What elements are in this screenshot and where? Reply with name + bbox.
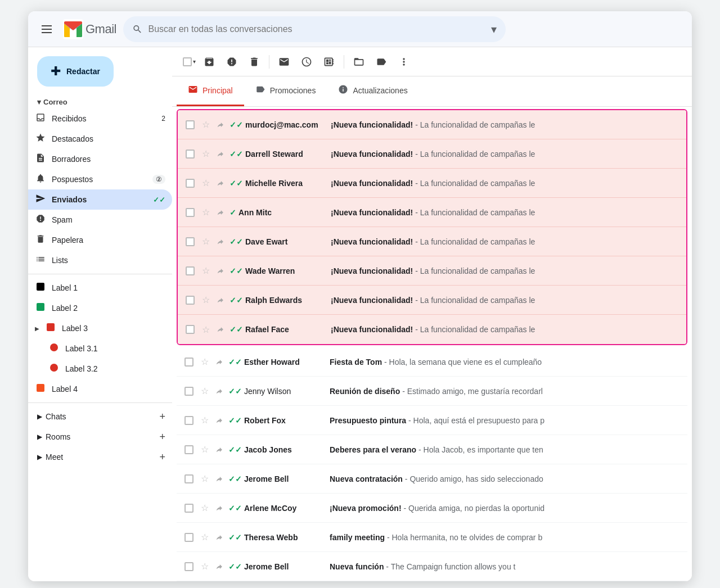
nrow4-star[interactable]: ☆ bbox=[197, 444, 213, 455]
meet-add-icon[interactable]: + bbox=[159, 451, 165, 463]
compose-button[interactable]: ✚ Redactar bbox=[37, 56, 114, 87]
nrow3-forward[interactable] bbox=[213, 417, 228, 424]
email-row-highlighted-3[interactable]: ☆ ✓✓ Michelle Rivera ¡Nueva funcionalida… bbox=[178, 169, 686, 198]
nrow7-checkbox[interactable] bbox=[184, 533, 194, 542]
sidebar-item-label2[interactable]: Label 2 bbox=[28, 298, 172, 318]
email-row-normal-4[interactable]: ☆ ✓✓ Jacob Jones Deberes para el verano … bbox=[177, 435, 687, 464]
archive-button[interactable] bbox=[199, 53, 219, 71]
email-row-highlighted-2[interactable]: ☆ ✓✓ Darrell Steward ¡Nueva funcionalida… bbox=[178, 139, 686, 169]
nrow7-star[interactable]: ☆ bbox=[197, 532, 213, 542]
sidebar-item-enviados[interactable]: Enviados ✓✓ bbox=[28, 189, 172, 210]
row7-forward[interactable] bbox=[214, 296, 230, 304]
report-spam-button[interactable] bbox=[222, 53, 242, 71]
nrow4-checkbox[interactable] bbox=[184, 445, 194, 454]
checkbox-col[interactable] bbox=[182, 120, 198, 129]
email-row-normal-7[interactable]: ☆ ✓✓ Theresa Webb family meeting - Hola … bbox=[177, 523, 687, 552]
nrow8-checkbox[interactable] bbox=[184, 562, 194, 571]
email-row-highlighted-1[interactable]: ☆ ✓✓ murdocj@mac.com ¡Nueva funcionalida… bbox=[178, 110, 686, 139]
sidebar-item-borradores[interactable]: Borradores bbox=[28, 149, 172, 169]
nrow5-forward[interactable] bbox=[213, 475, 228, 483]
delete-button[interactable] bbox=[244, 53, 264, 71]
email-row-normal-6[interactable]: ☆ ✓✓ Arlene McCoy ¡Nueva promoción! - Qu… bbox=[177, 494, 687, 523]
tab-actualizaciones[interactable]: Actualizaciones bbox=[327, 76, 418, 106]
nrow7-forward[interactable] bbox=[213, 533, 228, 541]
row4-checkbox[interactable] bbox=[186, 208, 195, 217]
move-button[interactable] bbox=[349, 53, 369, 71]
row2-checkbox[interactable] bbox=[186, 150, 195, 159]
rooms-add-icon[interactable]: + bbox=[159, 431, 165, 443]
row5-checkbox[interactable] bbox=[186, 237, 195, 246]
nrow6-checkbox[interactable] bbox=[184, 504, 194, 513]
row1-star[interactable]: ☆ bbox=[198, 119, 214, 130]
nrow2-forward[interactable] bbox=[213, 387, 228, 395]
email-row-highlighted-7[interactable]: ☆ ✓✓ Ralph Edwards ¡Nueva funcionalidad!… bbox=[178, 286, 686, 315]
email-row-highlighted-4[interactable]: ☆ ✓ Ann Mitc ¡Nueva funcionalidad! - La … bbox=[178, 198, 686, 227]
select-all-area[interactable]: ▾ bbox=[181, 57, 197, 66]
nrow3-star[interactable]: ☆ bbox=[197, 415, 213, 426]
row2-star[interactable]: ☆ bbox=[198, 148, 214, 159]
nrow6-star[interactable]: ☆ bbox=[197, 503, 213, 513]
sidebar-item-spam[interactable]: Spam bbox=[28, 210, 172, 230]
nrow1-star[interactable]: ☆ bbox=[197, 356, 213, 367]
row4-star[interactable]: ☆ bbox=[198, 207, 214, 218]
email-row-normal-3[interactable]: ☆ ✓✓ Robert Fox Presupuesto pintura - Ho… bbox=[177, 406, 687, 435]
nrow6-forward[interactable] bbox=[213, 504, 228, 512]
nrow2-star[interactable]: ☆ bbox=[197, 386, 213, 396]
row3-star[interactable]: ☆ bbox=[198, 178, 214, 188]
nrow5-star[interactable]: ☆ bbox=[197, 473, 213, 484]
email-row-normal-8[interactable]: ☆ ✓✓ Jerome Bell Nueva función - The Cam… bbox=[177, 552, 687, 581]
checkbox-dropdown-arrow[interactable]: ▾ bbox=[193, 58, 196, 65]
row5-star[interactable]: ☆ bbox=[198, 236, 214, 247]
sidebar-item-label3-1[interactable]: Label 3.1 bbox=[28, 338, 172, 359]
row1-forward[interactable] bbox=[214, 121, 230, 129]
sidebar-item-lists[interactable]: Lists bbox=[28, 250, 172, 270]
more-actions-button[interactable] bbox=[394, 53, 414, 71]
email-row-normal-5[interactable]: ☆ ✓✓ Jerome Bell Nueva contratación - Qu… bbox=[177, 464, 687, 494]
nrow5-checkbox[interactable] bbox=[184, 474, 194, 483]
nrow1-checkbox[interactable] bbox=[184, 358, 194, 367]
search-dropdown-icon[interactable]: ▾ bbox=[491, 22, 497, 36]
row6-forward[interactable] bbox=[214, 267, 230, 275]
sidebar-item-papelera[interactable]: Papelera bbox=[28, 230, 172, 250]
label-button[interactable] bbox=[371, 53, 392, 71]
nrow4-forward[interactable] bbox=[213, 446, 228, 454]
row2-forward[interactable] bbox=[214, 150, 230, 158]
sidebar-item-label4[interactable]: Label 4 bbox=[28, 379, 172, 399]
mark-unread-button[interactable] bbox=[274, 53, 294, 71]
tab-promociones[interactable]: Promociones bbox=[244, 76, 327, 106]
nrow8-star[interactable]: ☆ bbox=[197, 561, 213, 572]
email-row-highlighted-6[interactable]: ☆ ✓✓ Wade Warren ¡Nueva funcionalidad! -… bbox=[178, 256, 686, 286]
sidebar-item-destacados[interactable]: Destacados bbox=[28, 129, 172, 149]
row6-checkbox[interactable] bbox=[186, 266, 195, 275]
row5-forward[interactable] bbox=[214, 238, 230, 246]
row8-star[interactable]: ☆ bbox=[198, 324, 214, 335]
sidebar-item-pospuestos[interactable]: Pospuestos ② bbox=[28, 169, 172, 189]
snooze-button[interactable] bbox=[296, 53, 317, 71]
sidebar-item-label3[interactable]: ▶ Label 3 bbox=[28, 318, 172, 338]
search-bar[interactable]: ▾ bbox=[123, 16, 506, 42]
email-row-normal-1[interactable]: ☆ ✓✓ Esther Howard Fiesta de Tom - Hola,… bbox=[177, 347, 687, 377]
menu-button[interactable] bbox=[37, 21, 56, 38]
sidebar-item-meet[interactable]: ▶ Meet + bbox=[28, 447, 172, 467]
row3-forward[interactable] bbox=[214, 179, 230, 187]
row7-star[interactable]: ☆ bbox=[198, 295, 214, 305]
row1-checkbox[interactable] bbox=[186, 120, 195, 129]
nrow2-checkbox[interactable] bbox=[184, 387, 194, 396]
add-task-button[interactable] bbox=[319, 53, 339, 71]
row3-checkbox[interactable] bbox=[186, 179, 195, 188]
nrow3-checkbox[interactable] bbox=[184, 416, 194, 425]
sidebar-item-label3-2[interactable]: Label 3.2 bbox=[28, 359, 172, 379]
sidebar-item-label1[interactable]: Label 1 bbox=[28, 278, 172, 298]
nrow8-forward[interactable] bbox=[213, 563, 228, 571]
sidebar-item-rooms[interactable]: ▶ Rooms + bbox=[28, 427, 172, 447]
sidebar-item-recibidos[interactable]: Recibidos 2 bbox=[28, 108, 172, 129]
search-input[interactable] bbox=[148, 24, 485, 34]
select-all-checkbox[interactable] bbox=[183, 57, 192, 66]
row8-forward[interactable] bbox=[214, 325, 230, 333]
sidebar-item-chats[interactable]: ▶ Chats + bbox=[28, 406, 172, 427]
tab-principal[interactable]: Principal bbox=[177, 76, 244, 106]
row7-checkbox[interactable] bbox=[186, 296, 195, 305]
chats-add-icon[interactable]: + bbox=[159, 411, 165, 423]
row6-star[interactable]: ☆ bbox=[198, 265, 214, 276]
email-row-normal-2[interactable]: ☆ ✓✓ Jenny Wilson Reunión de diseño - Es… bbox=[177, 377, 687, 406]
